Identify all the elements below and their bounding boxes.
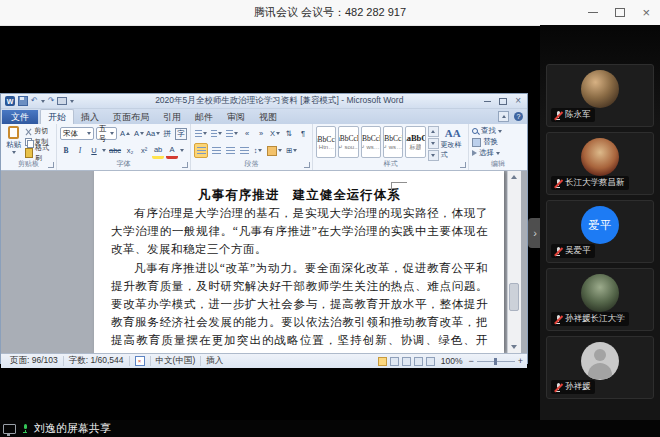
select-button[interactable]: 选择 <box>472 148 524 158</box>
font-family-select[interactable]: 宋体 <box>60 127 94 140</box>
tab-view[interactable]: 视图 <box>252 110 284 124</box>
increase-indent-button[interactable]: » <box>255 127 267 140</box>
tab-references[interactable]: 引用 <box>156 110 188 124</box>
style-card[interactable]: AaBbCcDc- HtnYN... <box>316 126 336 158</box>
outline-view-icon[interactable] <box>414 357 423 366</box>
insert-mode-indicator[interactable]: 插入 <box>201 356 228 366</box>
zoom-slider-thumb[interactable] <box>494 358 497 365</box>
text-highlight-button[interactable]: ab <box>152 143 164 159</box>
word-count-indicator[interactable]: 字数: 1/60,544 <box>64 356 130 366</box>
redo-icon[interactable]: ↷ <box>48 97 55 105</box>
undo-dropdown-icon[interactable] <box>41 100 45 103</box>
tab-file[interactable]: 文件 <box>2 110 38 124</box>
paragraph-dialog-launcher-icon[interactable] <box>304 162 310 168</box>
cut-button[interactable]: 剪切 <box>25 126 53 136</box>
vertical-scrollbar[interactable] <box>507 171 521 353</box>
draft-view-icon[interactable] <box>426 357 435 366</box>
participant-tile[interactable]: 陈永军 <box>546 64 654 127</box>
style-card-heading[interactable]: AaBbC(标题 <box>405 126 425 158</box>
help-icon[interactable]: ? <box>514 112 523 121</box>
participant-tile[interactable]: 爱平 吴爱平 <box>546 200 654 263</box>
paste-button[interactable]: 粘贴 <box>4 126 23 158</box>
participant-tile[interactable]: 孙祥媛 <box>546 336 654 399</box>
font-dialog-launcher-icon[interactable] <box>182 162 188 168</box>
shrink-font-button[interactable]: A <box>133 127 145 140</box>
undo-icon[interactable]: ↶ <box>31 97 38 105</box>
word-minimize-icon[interactable] <box>484 101 491 102</box>
save-icon[interactable] <box>18 96 28 106</box>
strikethrough-button[interactable]: abc <box>108 144 122 157</box>
proofing-error-icon: × <box>135 356 145 366</box>
fullscreen-view-icon[interactable] <box>390 357 399 366</box>
styles-scroll-down-icon[interactable] <box>428 138 439 149</box>
zoom-out-button[interactable]: − <box>468 357 473 366</box>
asian-layout-button[interactable]: X <box>269 127 281 140</box>
align-justify-button[interactable] <box>194 143 208 158</box>
bullets-button[interactable] <box>194 127 208 140</box>
proofing-indicator[interactable]: × <box>130 356 151 366</box>
multilevel-list-button[interactable] <box>225 127 239 140</box>
tab-home[interactable]: 开始 <box>40 109 74 124</box>
character-border-button[interactable]: 字 <box>175 127 187 140</box>
style-card[interactable]: AaBbCcDd↵ sou... <box>338 126 358 158</box>
zoom-level[interactable]: 100% <box>438 356 466 366</box>
distribute-button[interactable] <box>238 144 250 157</box>
show-marks-button[interactable]: ¶ <box>297 127 309 140</box>
format-painter-button[interactable]: 格式刷 <box>25 148 53 158</box>
align-center-button[interactable] <box>210 144 222 157</box>
font-color-dropdown-icon[interactable] <box>180 149 184 152</box>
print-layout-view-icon[interactable] <box>378 357 387 366</box>
font-size-select[interactable]: 五号 <box>96 127 117 140</box>
tab-mailings[interactable]: 邮件 <box>188 110 220 124</box>
tab-insert[interactable]: 插入 <box>74 110 106 124</box>
change-styles-button[interactable]: AA 更改样式 <box>441 126 465 161</box>
customize-qat-icon[interactable] <box>70 100 74 103</box>
scroll-up-icon[interactable] <box>511 175 517 179</box>
word-restore-icon[interactable] <box>499 98 507 105</box>
italic-button[interactable]: I <box>74 144 86 157</box>
minimize-icon[interactable] <box>588 12 598 13</box>
participant-tile[interactable]: 孙祥媛长江大学 <box>546 268 654 331</box>
phonetic-guide-button[interactable]: 拼 <box>161 127 173 140</box>
page-indicator[interactable]: 页面: 96/103 <box>5 356 64 366</box>
bold-button[interactable]: B <box>60 144 72 157</box>
change-case-button[interactable]: Aa <box>147 127 159 140</box>
decrease-indent-button[interactable]: « <box>241 127 253 140</box>
web-layout-view-icon[interactable] <box>402 357 411 366</box>
sort-button[interactable]: ⇅ <box>283 127 295 140</box>
language-indicator[interactable]: 中文(中国) <box>151 356 202 366</box>
close-icon[interactable]: × <box>642 6 650 19</box>
styles-scroll-up-icon[interactable] <box>428 126 439 137</box>
underline-button[interactable]: U <box>88 144 100 157</box>
grow-font-button[interactable]: A <box>119 127 131 140</box>
tab-page-layout[interactable]: 页面布局 <box>106 110 156 124</box>
replace-button[interactable]: 替换 <box>472 137 524 147</box>
line-spacing-button[interactable]: ↕ <box>252 144 264 157</box>
superscript-button[interactable]: x² <box>138 144 150 157</box>
document-page[interactable]: 凡事有序推进 建立健全运行体系 有序治理是大学治理的基石，是实现大学治理的现实路… <box>94 171 504 353</box>
shading-button[interactable] <box>266 144 283 157</box>
subscript-button[interactable]: x₂ <box>124 144 136 157</box>
scroll-down-icon[interactable] <box>511 345 517 349</box>
participant-tile[interactable]: 长江大学蔡昌新 <box>546 132 654 195</box>
maximize-icon[interactable] <box>615 8 625 17</box>
numbering-button[interactable] <box>210 127 224 140</box>
zoom-slider[interactable] <box>477 361 515 362</box>
print-icon[interactable] <box>57 97 67 105</box>
underline-dropdown-icon[interactable] <box>102 149 106 152</box>
borders-button[interactable]: ⊞ <box>285 144 298 157</box>
word-close-icon[interactable]: × <box>515 96 521 106</box>
clipboard-dialog-launcher-icon[interactable] <box>48 162 54 168</box>
tab-review[interactable]: 审阅 <box>220 110 252 124</box>
styles-dialog-launcher-icon[interactable] <box>460 162 466 168</box>
style-card[interactable]: AaBbCcDd↵ wsbcon... <box>361 126 381 158</box>
share-banner: 刘逸的屏幕共享 <box>0 420 660 437</box>
minimize-ribbon-icon[interactable] <box>498 111 509 122</box>
find-button[interactable]: 查找 <box>472 126 524 136</box>
align-right-button[interactable] <box>224 144 236 157</box>
style-card[interactable]: AaBbCcDd↵ wsbcon... <box>383 126 403 158</box>
word-document-title: 2020年5月全校师生政治理论学习资料 [兼容模式] - Microsoft W… <box>77 95 481 107</box>
zoom-in-button[interactable]: + <box>518 357 523 366</box>
scrollbar-thumb[interactable] <box>509 283 519 311</box>
font-color-button[interactable]: A <box>166 143 178 159</box>
